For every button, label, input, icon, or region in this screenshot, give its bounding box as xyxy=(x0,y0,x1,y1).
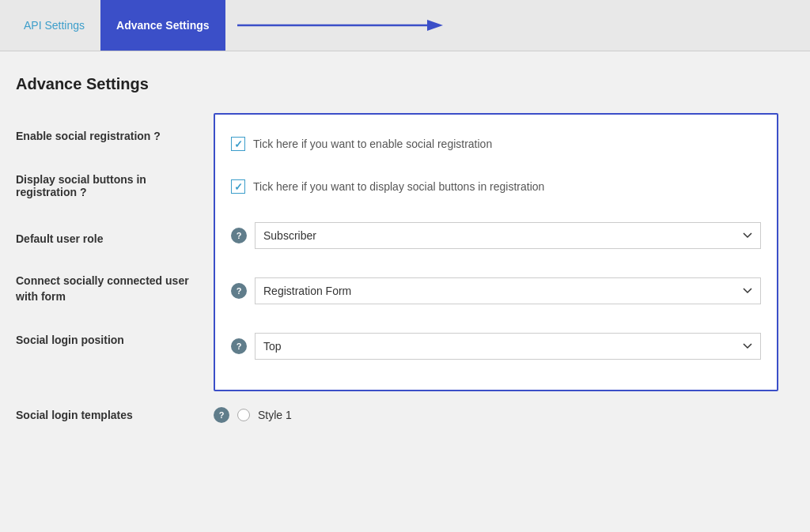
arrow-icon xyxy=(237,17,443,34)
row-connect-socially: ? Registration Form Login Form Custom Fo… xyxy=(231,263,761,319)
row-social-login-position: ? Top Bottom Left Right xyxy=(231,319,761,374)
social-login-templates-label: Social login templates xyxy=(16,409,198,421)
social-login-templates-radio-label: Style 1 xyxy=(258,409,292,421)
tab-advance-settings[interactable]: Advance Settings xyxy=(100,0,225,51)
label-default-user-role: Default user role xyxy=(16,213,210,264)
row-display-social-content: Tick here if you want to display social … xyxy=(231,179,761,194)
connect-socially-select[interactable]: Registration Form Login Form Custom Form xyxy=(255,277,761,304)
row-default-user-role: ? Subscriber Administrator Editor Author… xyxy=(231,208,761,263)
svg-marker-1 xyxy=(427,20,443,31)
settings-rows: Tick here if you want to enable social r… xyxy=(231,123,761,374)
row-social-login-position-content: ? Top Bottom Left Right xyxy=(231,333,761,360)
label-connect-socially: Connect socially connected user with for… xyxy=(16,264,210,315)
row-social-login-templates: Social login templates ? Style 1 xyxy=(16,391,794,439)
social-login-position-help-icon[interactable]: ? xyxy=(231,338,247,354)
default-user-role-help-icon[interactable]: ? xyxy=(231,228,247,243)
connect-socially-help-icon[interactable]: ? xyxy=(231,283,247,299)
row-connect-socially-content: ? Registration Form Login Form Custom Fo… xyxy=(231,277,761,304)
page-title: Advance Settings xyxy=(16,75,794,93)
enable-social-checkbox[interactable] xyxy=(231,137,245,151)
label-social-login-position: Social login position xyxy=(16,315,210,365)
page-wrapper: API Settings Advance Settings Advance Se… xyxy=(0,0,810,532)
tab-api-settings[interactable]: API Settings xyxy=(8,0,100,51)
social-login-templates-help-icon[interactable]: ? xyxy=(214,407,229,423)
main-content: Advance Settings Tick here if you want t… xyxy=(0,51,810,455)
enable-social-checkbox-wrapper: Tick here if you want to enable social r… xyxy=(231,137,492,151)
arrow-indicator xyxy=(233,17,443,34)
label-display-social: Display social buttons in registration ? xyxy=(16,158,210,213)
row-enable-social: Tick here if you want to enable social r… xyxy=(231,123,761,165)
social-login-templates-radio[interactable] xyxy=(237,409,250,421)
social-login-position-select[interactable]: Top Bottom Left Right xyxy=(255,333,761,360)
labels-column: Enable social registration ? Display soc… xyxy=(16,113,210,365)
display-social-checkbox[interactable] xyxy=(231,179,245,194)
row-display-social: Tick here if you want to display social … xyxy=(231,165,761,208)
settings-box: Tick here if you want to enable social r… xyxy=(214,113,778,391)
enable-social-label: Tick here if you want to enable social r… xyxy=(253,138,492,150)
social-login-templates-content: ? Style 1 xyxy=(214,407,292,423)
label-enable-social: Enable social registration ? xyxy=(16,113,210,158)
display-social-checkbox-wrapper: Tick here if you want to display social … xyxy=(231,179,544,194)
row-enable-social-content: Tick here if you want to enable social r… xyxy=(231,137,761,151)
row-default-user-role-content: ? Subscriber Administrator Editor Author… xyxy=(231,222,761,249)
default-user-role-select[interactable]: Subscriber Administrator Editor Author C… xyxy=(255,222,761,249)
tab-bar: API Settings Advance Settings xyxy=(0,0,810,51)
display-social-label: Tick here if you want to display social … xyxy=(253,180,544,193)
